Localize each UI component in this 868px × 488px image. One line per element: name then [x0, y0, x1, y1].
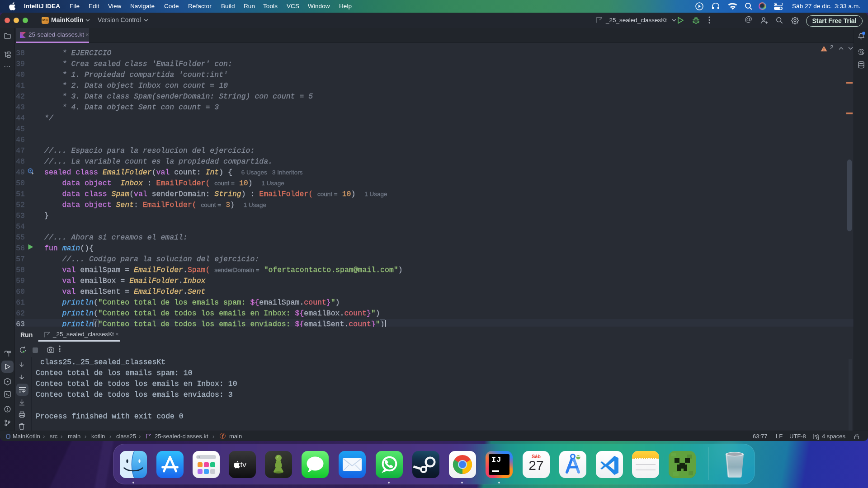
- svg-text:tv: tv: [241, 460, 247, 469]
